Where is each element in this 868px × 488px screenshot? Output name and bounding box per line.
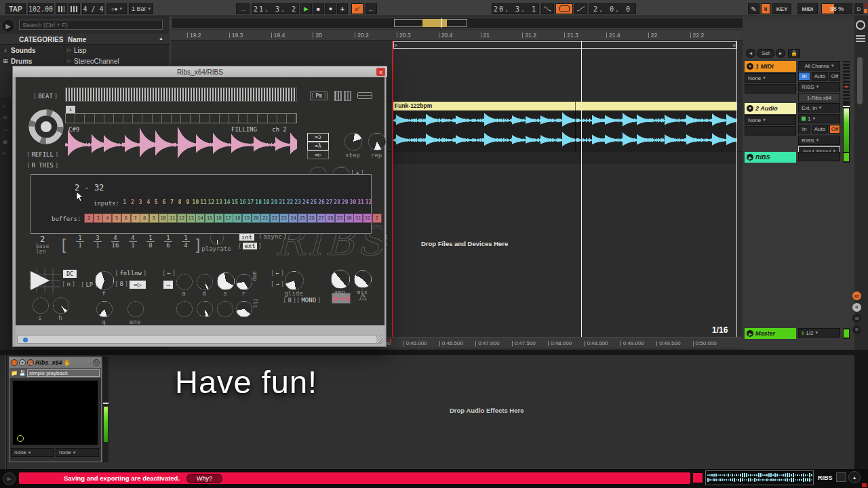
clips-icon[interactable]: ≡	[3, 150, 9, 157]
slice-cell[interactable]	[133, 114, 142, 123]
track-fold-icon[interactable]: ▼	[747, 105, 753, 112]
midi-map-button[interactable]: MIDI	[797, 3, 818, 14]
dc-button[interactable]: DC	[63, 270, 77, 278]
track1-monitor-auto[interactable]: Auto	[812, 72, 828, 81]
section-toggle-r[interactable]: R	[852, 303, 861, 312]
help-button[interactable]: ?	[384, 243, 387, 249]
track2-output[interactable]: RIBS	[798, 136, 840, 145]
r-knob[interactable]	[236, 274, 252, 290]
loop-button[interactable]	[555, 3, 573, 14]
ribs-device[interactable]: ▼ 🔧 Ribs_x64 ✋ ↻ 📁 💾 simple playback non…	[9, 357, 102, 462]
track3-box[interactable]	[798, 152, 840, 161]
track1-monitor-in[interactable]: In	[798, 72, 810, 81]
d-knob[interactable]	[197, 274, 213, 290]
clip-device-selector-strip[interactable]	[0, 355, 6, 469]
next-slice-button[interactable]: →	[163, 281, 173, 289]
filter-knob[interactable]	[176, 301, 193, 317]
expand-icon[interactable]: ▷	[64, 47, 74, 53]
osc-mode-button[interactable]: ∞▷	[307, 150, 329, 159]
loop-mode-button[interactable]: ∞▷	[130, 281, 146, 289]
plugin-title-bar[interactable]: Ribs_x64/RIBS x	[13, 66, 387, 77]
int-button[interactable]: int	[239, 233, 254, 241]
slice-cell[interactable]	[85, 114, 94, 123]
fraction-button[interactable]: 14	[177, 235, 195, 249]
slice-cell[interactable]	[142, 114, 152, 123]
slice-cell[interactable]	[172, 114, 181, 123]
osc-mode-button[interactable]: ∞ɔ	[307, 133, 329, 142]
sample-waveform[interactable]	[65, 125, 297, 174]
preset-name-field[interactable]: simple playback	[27, 369, 100, 377]
slice-cell[interactable]	[268, 114, 277, 123]
amp-next-button[interactable]: →	[271, 281, 284, 287]
slice-cell[interactable]	[153, 114, 162, 123]
slice-cell[interactable]	[114, 114, 123, 123]
menu-icon[interactable]	[856, 35, 865, 42]
back-to-arrangement-button[interactable]: ←	[366, 3, 377, 14]
mix-knob[interactable]	[354, 270, 372, 288]
key-map-button[interactable]: KEY	[772, 3, 791, 14]
section-toggle-io[interactable]: IO	[852, 291, 861, 300]
envelope-icon[interactable]	[29, 268, 60, 293]
track2-header[interactable]: ▼ 2 Audio	[745, 103, 796, 114]
track2-input[interactable]: Ext. In	[798, 103, 840, 113]
draw-mode-button[interactable]: ✎	[748, 3, 760, 14]
nudge-up-button[interactable]	[68, 3, 80, 14]
plugin-hscrollbar[interactable]	[17, 335, 382, 344]
sidebar-item-drums[interactable]: ⊞Drums	[0, 56, 64, 66]
beat-button[interactable]: BEAT	[29, 91, 62, 101]
glide-knob[interactable]	[285, 271, 304, 290]
set-prev-button[interactable]: ◂	[746, 49, 755, 58]
q-knob[interactable]	[96, 301, 113, 317]
slice-cell[interactable]	[287, 114, 296, 123]
follow-button[interactable]: →	[236, 3, 250, 14]
slice-cell[interactable]	[75, 114, 85, 123]
slice-grid[interactable]	[65, 113, 297, 123]
device-power-button[interactable]	[11, 359, 18, 366]
new-button[interactable]: +	[337, 3, 348, 14]
arrangement-position-field[interactable]: 21. 3. 2	[252, 3, 299, 14]
clamp-icon[interactable]	[357, 92, 372, 99]
punch-out-button[interactable]	[574, 3, 587, 14]
track2-monitor-off[interactable]: Off	[829, 125, 840, 134]
fraction-button[interactable]: 11	[71, 235, 89, 249]
a-knob[interactable]	[176, 274, 193, 290]
set-button[interactable]: Set	[757, 49, 774, 58]
r-this-button[interactable]: R THIS	[26, 162, 58, 169]
clip-title-bar[interactable]: Funk-122bpm	[393, 102, 736, 110]
device-wrench-button[interactable]: 🔧	[27, 359, 34, 366]
plugin-window[interactable]: Ribs_x64/RIBS x BEAT Pm 1 C#9 FILLING ch…	[12, 66, 387, 347]
pause-button[interactable]: II	[761, 3, 770, 14]
save-icon[interactable]: 💾	[19, 370, 26, 376]
rep-knob[interactable]	[368, 133, 386, 150]
section-toggle-d[interactable]: D	[852, 325, 861, 334]
nudge-down-button[interactable]	[56, 3, 67, 14]
slice-cell[interactable]	[258, 114, 267, 123]
plugin-icon[interactable]: ▣	[3, 139, 9, 145]
slice-cell[interactable]	[162, 114, 172, 123]
overview-loop-handle[interactable]	[422, 19, 447, 27]
sounds-icon[interactable]: ♪	[3, 103, 9, 109]
sidebar-item-sounds[interactable]: ♪Sounds	[0, 45, 64, 56]
s-knob[interactable]	[33, 298, 49, 314]
time-signature-field[interactable]: 4 / 4	[82, 3, 104, 14]
track1-sub-route[interactable]: None	[745, 73, 796, 83]
track3-header[interactable]: ▶ RIBS	[745, 152, 796, 163]
slice-tab[interactable]: 1	[66, 106, 75, 113]
set-next-button[interactable]: ▸	[776, 49, 785, 58]
slice-cell[interactable]	[200, 114, 210, 123]
filter-knob[interactable]	[197, 301, 213, 317]
metronome-button[interactable]: ○●	[106, 3, 127, 14]
lock-button[interactable]: 🔒	[788, 49, 800, 58]
quantize-menu[interactable]: 1 Bar	[129, 3, 153, 14]
master-track-header[interactable]: ▶ Master	[745, 328, 796, 339]
track1-monitor-off[interactable]: Off	[829, 72, 840, 81]
voices-button[interactable]: 8	[283, 297, 296, 304]
slice-cell[interactable]	[248, 114, 258, 123]
track-fold-icon[interactable]: ▼	[747, 63, 753, 70]
n-button[interactable]: n	[62, 281, 75, 287]
env-knob[interactable]	[127, 301, 144, 317]
punch-position-field[interactable]: 20. 3. 1	[492, 3, 539, 14]
slice-cell[interactable]	[210, 114, 220, 123]
track1-output[interactable]: RIBS	[798, 82, 840, 92]
slice-cell[interactable]	[220, 114, 229, 123]
